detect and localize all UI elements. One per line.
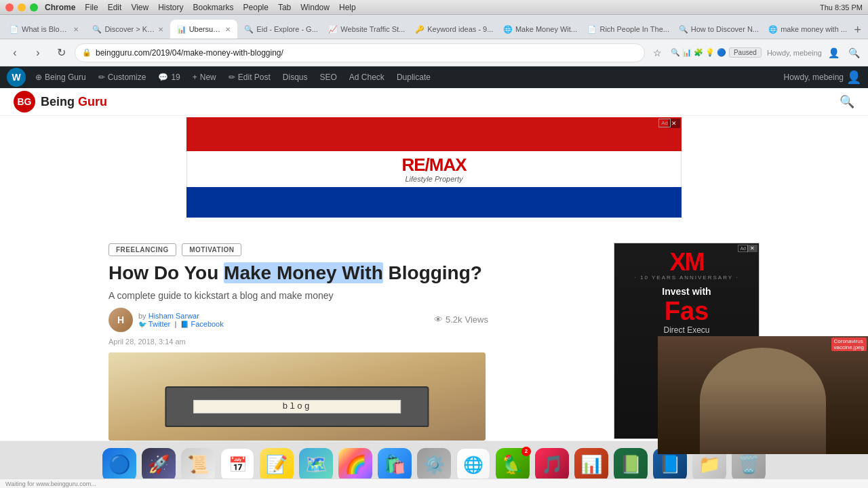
- lock-icon: 🔒: [82, 48, 92, 57]
- dock-chrome[interactable]: 🌐: [456, 448, 490, 482]
- menu-bookmarks[interactable]: Bookmarks: [193, 3, 234, 12]
- dock-calendar[interactable]: 📅: [220, 448, 254, 482]
- extensions-area[interactable]: 🔍 📊 🧩 💡 🔵: [671, 48, 726, 57]
- dock-photos[interactable]: 🌈: [338, 448, 372, 482]
- close-button[interactable]: [5, 3, 14, 12]
- menu-view[interactable]: View: [131, 3, 149, 12]
- ad-label: Ad: [658, 119, 671, 127]
- facebook-link[interactable]: Facebook: [191, 320, 223, 328]
- tab-10[interactable]: 🌐 make money with ... ✕: [762, 20, 850, 39]
- launchpad-icon: 🚀: [148, 454, 170, 475]
- minimize-button[interactable]: [18, 3, 26, 12]
- site-logo: BG: [14, 91, 35, 113]
- script-icon: 📜: [187, 454, 209, 475]
- title-highlight: Make Money With: [224, 262, 383, 283]
- url-text: beingguru.com/2019/04/make-money-with-bl…: [96, 48, 283, 58]
- new-tab-button[interactable]: +: [850, 23, 866, 37]
- tab-1-label: What is Blogging?: [22, 25, 71, 33]
- address-bar[interactable]: 🔒 beingguru.com/2019/04/make-money-with-…: [75, 43, 645, 62]
- dock-notes[interactable]: 📝: [260, 448, 294, 482]
- admin-bar-duplicate-label: Duplicate: [397, 73, 431, 82]
- admin-bar-new[interactable]: + New: [187, 66, 222, 88]
- dock-powerpoint[interactable]: 📊: [574, 448, 608, 482]
- dock-launchpad[interactable]: 🚀: [142, 448, 176, 482]
- chrome-tabs-bar: 📄 What is Blogging? ✕ 🔍 Discover > Keyw.…: [0, 15, 868, 39]
- dock-excel[interactable]: 📗: [614, 448, 648, 482]
- maximize-button[interactable]: [30, 3, 38, 12]
- dock-system-prefs[interactable]: ⚙️: [417, 448, 451, 482]
- photos-icon: 🌈: [344, 454, 366, 475]
- tab-6[interactable]: 🔑 Keyword ideas - 9... ✕: [408, 20, 496, 39]
- reload-button[interactable]: ↻: [52, 43, 71, 62]
- admin-bar-seo-label: SEO: [320, 73, 337, 82]
- admin-bar-disqus[interactable]: Disqus: [277, 66, 313, 88]
- menu-edit[interactable]: Edit: [108, 3, 122, 12]
- dock-finder[interactable]: 🔵: [102, 448, 136, 482]
- tab-1[interactable]: 📄 What is Blogging? ✕: [3, 20, 85, 39]
- finder-icon: 🔵: [108, 454, 130, 475]
- tab-2-close[interactable]: ✕: [155, 26, 163, 33]
- admin-bar-being-guru[interactable]: ⊕ Being Guru: [30, 66, 92, 88]
- search-icon[interactable]: 🔍: [840, 94, 854, 109]
- site-nav: 🔍: [840, 94, 854, 109]
- tab-9-label: How to Discover N...: [691, 25, 759, 33]
- remax-sub: Lifestyle Property: [191, 175, 677, 183]
- typewriter-paper: blog: [193, 400, 401, 413]
- admin-bar-seo[interactable]: SEO: [315, 66, 342, 88]
- tab-7[interactable]: 🌐 Make Money Wit... ✕: [496, 20, 580, 39]
- admin-avatar[interactable]: 👤: [846, 70, 861, 85]
- tab-1-close[interactable]: ✕: [71, 26, 79, 33]
- tab-10-close[interactable]: ✕: [847, 26, 850, 33]
- video-overlay: Coronavirusvaccine.jpeg: [658, 336, 868, 454]
- back-button[interactable]: ‹: [5, 43, 24, 62]
- forward-button[interactable]: ›: [28, 43, 47, 62]
- title-prefix: How Do You: [108, 262, 224, 283]
- author-name-link[interactable]: Hisham Sarwar: [149, 312, 199, 320]
- admin-bar-edit-post[interactable]: ✏ Edit Post: [223, 66, 276, 88]
- notes-icon: 📝: [266, 454, 288, 475]
- dock-maps[interactable]: 🗺️: [299, 448, 333, 482]
- tab-9[interactable]: 🔍 How to Discover N... ✕: [672, 20, 762, 39]
- author-social-links: 🐦 Twitter | 📘 Facebook: [138, 320, 224, 328]
- tab-3-close[interactable]: ✕: [222, 26, 231, 33]
- tab-8-label: Rich People In The...: [599, 25, 669, 33]
- tab-5[interactable]: 📈 Website Traffic St... ✕: [321, 20, 408, 39]
- edit-post-icon: ✏: [229, 73, 235, 82]
- admin-bar-comments[interactable]: 💬 19: [153, 66, 185, 88]
- ad-red-bar: [186, 117, 682, 151]
- sidebar-ad-close[interactable]: ✕: [747, 245, 757, 252]
- menu-help[interactable]: Help: [339, 3, 356, 12]
- menu-tab[interactable]: Tab: [278, 3, 291, 12]
- dock-appstore[interactable]: 🛍️: [378, 448, 412, 482]
- tag-freelancing[interactable]: FREELANCING: [108, 243, 176, 256]
- profile-icon[interactable]: 👤: [825, 44, 842, 62]
- admin-bar-customize[interactable]: ✏ Customize: [93, 66, 152, 88]
- excel-icon: 📗: [620, 454, 642, 475]
- bookmark-star-button[interactable]: ☆: [649, 44, 667, 62]
- tab-3[interactable]: 📊 Ubersuggest ✕: [170, 20, 238, 39]
- menu-people[interactable]: People: [243, 3, 269, 12]
- search-button[interactable]: 🔍: [845, 44, 863, 62]
- chrome-toolbar: ‹ › ↻ 🔒 beingguru.com/2019/04/make-money…: [0, 39, 868, 66]
- twitter-link[interactable]: Twitter: [149, 320, 170, 328]
- dock-duolingo[interactable]: 🦜 2: [496, 448, 530, 482]
- appstore-icon: 🛍️: [384, 454, 406, 475]
- typewriter-text: blog: [282, 401, 311, 411]
- menu-items[interactable]: Chrome File Edit View History Bookmarks …: [45, 3, 356, 12]
- tag-motivation[interactable]: MOTIVATION: [182, 243, 241, 256]
- tab-7-label: Make Money Wit...: [515, 25, 577, 33]
- duolingo-badge: 2: [521, 447, 531, 456]
- menu-chrome[interactable]: Chrome: [45, 3, 75, 12]
- tab-8[interactable]: 📄 Rich People In The... ✕: [580, 20, 671, 39]
- admin-bar-duplicate[interactable]: Duplicate: [391, 66, 436, 88]
- dock-script-editor[interactable]: 📜: [181, 448, 215, 482]
- menu-history[interactable]: History: [158, 3, 183, 12]
- tab-2[interactable]: 🔍 Discover > Keyw... ✕: [85, 20, 170, 39]
- menu-file[interactable]: File: [85, 3, 98, 12]
- menu-window[interactable]: Window: [300, 3, 330, 12]
- dock-music[interactable]: 🎵: [535, 448, 569, 482]
- tab-2-label: Discover > Keyw...: [104, 25, 155, 33]
- admin-bar-ad-check[interactable]: Ad Check: [344, 66, 390, 88]
- window-controls[interactable]: [5, 3, 38, 12]
- tab-4[interactable]: 🔍 Eid - Explore - G... ✕: [237, 20, 321, 39]
